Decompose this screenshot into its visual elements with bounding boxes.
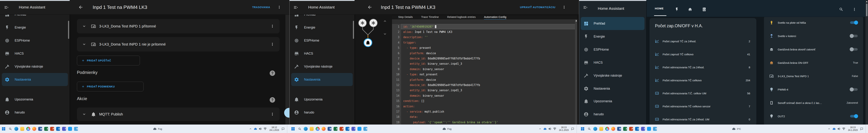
- counter-row[interactable]: Počet zapnutí TČ za 24hod. 2: [650, 35, 756, 48]
- toggle[interactable]: [850, 47, 858, 51]
- trace-tab[interactable]: Automation Config: [484, 15, 506, 20]
- network-icon[interactable]: [842, 127, 845, 130]
- show-desktop-button[interactable]: [577, 125, 578, 133]
- file-explorer-icon[interactable]: [599, 127, 603, 131]
- add-trigger-button[interactable]: PRIDAŤ SPÚŠŤAČ: [77, 56, 140, 65]
- window-scrollbar[interactable]: [865, 0, 868, 125]
- teams-icon[interactable]: T: [641, 127, 645, 131]
- tab-energy-icon[interactable]: [675, 7, 679, 11]
- firefox-icon[interactable]: [321, 127, 326, 131]
- sidebar-item-nastavenia[interactable]: Nastavenia: [291, 73, 353, 86]
- sidebar-item-devtools[interactable]: Vývojárske nástroje: [581, 69, 645, 82]
- trigger-node-1[interactable]: [358, 19, 367, 27]
- notepad-icon[interactable]: N: [74, 127, 78, 131]
- tray-expand-icon[interactable]: [828, 127, 831, 130]
- excel-icon[interactable]: X: [44, 127, 48, 131]
- network-icon[interactable]: [553, 127, 556, 130]
- sidebar-item-energie[interactable]: Energie: [581, 30, 645, 43]
- overflow-menu-icon[interactable]: [562, 5, 566, 9]
- menu-icon[interactable]: [583, 5, 588, 10]
- tab-house-icon[interactable]: [688, 7, 692, 11]
- firefox-icon[interactable]: [32, 127, 36, 131]
- counter-row[interactable]: Počet odmrazovania TČ za 24hod. 8: [650, 61, 756, 74]
- clock[interactable]: 16:13 24.1.2023: [848, 126, 858, 132]
- file-explorer-icon[interactable]: [310, 127, 314, 131]
- show-desktop-button[interactable]: [866, 125, 867, 133]
- overflow-menu-icon[interactable]: [277, 5, 281, 9]
- toggle[interactable]: [850, 88, 858, 92]
- sidebar-item-esphome[interactable]: ESPHome: [2, 34, 68, 47]
- actions-help-button[interactable]: [270, 97, 275, 103]
- word-icon[interactable]: W: [328, 127, 332, 131]
- vscode-icon[interactable]: [358, 127, 362, 131]
- edge-icon[interactable]: [593, 127, 597, 131]
- entity-row-garaz-onoff[interactable]: Garážová brána ON-OFF True: [764, 56, 863, 69]
- save-fab-button[interactable]: [284, 108, 289, 118]
- excel-icon[interactable]: X: [623, 127, 627, 131]
- taskbar-search-icon[interactable]: [298, 127, 302, 131]
- chrome-icon[interactable]: [26, 127, 30, 131]
- entity-row-test-inpd[interactable]: 3-LK3_Doma Test INPD 1 False: [764, 69, 863, 83]
- teams-icon[interactable]: T: [351, 127, 355, 131]
- file-explorer-icon[interactable]: [20, 127, 24, 131]
- traces-button[interactable]: TRASOVANIA: [252, 0, 270, 14]
- chevron-down-icon[interactable]: [82, 42, 86, 46]
- trigger-card[interactable]: 3-LK3_Doma Test INPD 1 nie je prítomné: [77, 37, 280, 52]
- sidebar-item-nastavenia[interactable]: Nastavenia: [581, 82, 645, 95]
- overflow-menu-icon[interactable]: [852, 7, 857, 11]
- powerpoint-icon[interactable]: P: [629, 127, 633, 131]
- onedrive-icon[interactable]: [832, 127, 836, 130]
- chrome-icon[interactable]: [605, 127, 609, 131]
- clock[interactable]: 16:13 24.1.2023: [559, 126, 569, 132]
- counter-row[interactable]: Počet zapnutí TČ celkovo 41: [650, 48, 756, 61]
- counter-row[interactable]: 123 Počet odmrazovania TČ za 24hod. UM 0: [650, 113, 756, 126]
- sidebar-item-hacs[interactable]: HACS: [291, 47, 353, 60]
- search-icon[interactable]: [839, 7, 843, 11]
- onedrive-icon[interactable]: [543, 127, 547, 130]
- sidebar-item-user[interactable]: harudo: [291, 107, 353, 118]
- vscode-icon[interactable]: [68, 127, 72, 131]
- outlook-icon[interactable]: O: [56, 127, 60, 131]
- sidebar-scrollbar[interactable]: [353, 21, 354, 39]
- trigger-node-2[interactable]: [369, 19, 377, 27]
- action-center-icon[interactable]: [571, 127, 574, 130]
- edge-icon[interactable]: [14, 127, 18, 131]
- menu-icon[interactable]: [293, 5, 298, 10]
- firefox-icon[interactable]: [611, 127, 615, 131]
- trace-tab[interactable]: Related logbook entries: [447, 15, 476, 19]
- trigger-menu-icon[interactable]: [270, 42, 275, 46]
- tray-expand-icon[interactable]: [538, 127, 542, 130]
- scroll-up-arrow[interactable]: [866, 1, 867, 2]
- sidebar-item-hacs[interactable]: HACS: [2, 47, 68, 60]
- outlook-icon[interactable]: O: [345, 127, 349, 131]
- trigger-card[interactable]: 3-LK3_Doma Test INPD 1 přítomné: [77, 19, 280, 33]
- sidebar-item-esphome[interactable]: ESPHome: [581, 43, 645, 56]
- weather-widget[interactable]: Fog: [153, 125, 162, 133]
- notepad-icon[interactable]: N: [653, 127, 657, 131]
- powerpoint-icon[interactable]: P: [340, 127, 343, 131]
- conditions-help-button[interactable]: [270, 70, 275, 76]
- sidebar-scrollbar[interactable]: [68, 21, 69, 39]
- entity-row-garaz-otvorit[interactable]: Garážová brána otvoriť-zatvoriť: [764, 43, 863, 56]
- sidebar-item-hacs[interactable]: HACS: [581, 56, 645, 69]
- sidebar-item-energie[interactable]: Energie: [2, 21, 68, 34]
- entity-row-svetlo-koterec[interactable]: Svetlo v koterci: [764, 29, 863, 43]
- sidebar-item-energie[interactable]: Energie: [291, 21, 353, 34]
- toggle[interactable]: [850, 34, 858, 38]
- chevron-down-icon[interactable]: [82, 24, 86, 28]
- volume-icon[interactable]: [837, 127, 840, 130]
- tray-expand-icon[interactable]: [249, 127, 252, 130]
- menu-icon[interactable]: [4, 5, 9, 10]
- trace-tab[interactable]: Trace Timeline: [421, 15, 439, 19]
- sidebar-item-user[interactable]: harudo: [2, 107, 68, 118]
- sidebar-item-nastavenia[interactable]: Nastavenia: [2, 73, 68, 86]
- add-condition-button[interactable]: PRIDAŤ PODMIENKU: [77, 82, 144, 92]
- show-desktop-button[interactable]: [287, 125, 288, 133]
- action-node-selected[interactable]: [364, 38, 372, 47]
- onedrive-icon[interactable]: [254, 127, 257, 130]
- start-button-icon[interactable]: [291, 127, 295, 131]
- weather-widget[interactable]: 0°C: [732, 125, 741, 133]
- edge-icon[interactable]: [304, 127, 308, 131]
- start-button-icon[interactable]: [581, 127, 585, 131]
- entity-row-pwm04[interactable]: PWM0-4: [764, 83, 863, 96]
